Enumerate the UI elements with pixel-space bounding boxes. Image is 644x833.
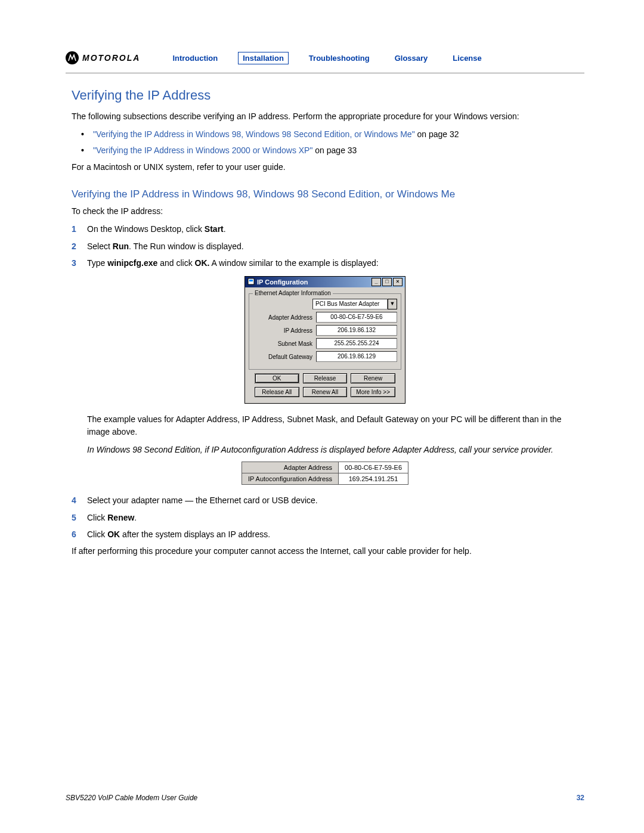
button-row: OK Release Renew Release All Renew All M… xyxy=(249,370,401,400)
release-all-button[interactable]: Release All xyxy=(255,387,299,397)
bullet-item: "Verifying the IP Address in Windows 98,… xyxy=(81,128,584,140)
window-title: IP Configuration xyxy=(257,278,308,286)
link-verify-win98[interactable]: "Verifying the IP Address in Windows 98,… xyxy=(93,129,415,139)
row-ip-address: IP Address 206.19.86.132 xyxy=(253,325,397,336)
page-footer: SBV5220 VoIP Cable Modem User Guide 32 xyxy=(66,794,584,802)
ok-button[interactable]: OK xyxy=(255,373,299,383)
adapter-select[interactable]: PCI Bus Master Adapter ▼ xyxy=(312,299,397,309)
logo: MOTOROLA xyxy=(66,51,140,64)
autoconfig-table: Adapter Address 00-80-C6-E7-59-E6 IP Aut… xyxy=(242,462,408,485)
page: MOTOROLA Introduction Installation Troub… xyxy=(0,0,644,833)
nav-glossary[interactable]: Glossary xyxy=(390,52,433,64)
brand-text: MOTOROLA xyxy=(82,53,140,63)
field-label: Subnet Mask xyxy=(253,340,316,347)
field-label: IP Address xyxy=(253,327,316,334)
row-adapter-address: Adapter Address 00-80-C6-E7-59-E6 xyxy=(253,312,397,323)
table-row: Adapter Address 00-80-C6-E7-59-E6 xyxy=(242,462,408,473)
italic-note: In Windows 98 Second Edition, if IP Auto… xyxy=(87,444,584,456)
cell-label: IP Autoconfiguration Address xyxy=(242,473,338,485)
bullet-tail: on page 33 xyxy=(312,145,357,155)
ipconfig-window: IP Configuration _ □ × Ethernet Adapter … xyxy=(244,276,405,404)
link-verify-xp[interactable]: "Verifying the IP Address in Windows 200… xyxy=(93,145,312,155)
header-bar: MOTOROLA Introduction Installation Troub… xyxy=(66,51,584,73)
intro-text: The following subsections describe verif… xyxy=(72,110,584,122)
dropdown-arrow-icon[interactable]: ▼ xyxy=(388,299,397,309)
renew-button[interactable]: Renew xyxy=(351,373,395,383)
field-value: 00-80-C6-E7-59-E6 xyxy=(316,312,397,323)
field-label: Adapter Address xyxy=(253,314,316,321)
adapter-group: Ethernet Adapter Information PCI Bus Mas… xyxy=(249,293,401,370)
maximize-button[interactable]: □ xyxy=(382,278,392,286)
release-button[interactable]: Release xyxy=(303,373,348,383)
step-6: Click OK after the system displays an IP… xyxy=(72,528,584,540)
cell-label: Adapter Address xyxy=(242,462,338,473)
field-value: 255.255.255.224 xyxy=(316,338,397,349)
motorola-logo-icon xyxy=(66,51,79,64)
nav-introduction[interactable]: Introduction xyxy=(168,52,222,64)
nav-license[interactable]: License xyxy=(448,52,486,64)
closing-text: If after performing this procedure your … xyxy=(72,545,584,557)
bullet-item: "Verifying the IP Address in Windows 200… xyxy=(81,144,584,156)
step-1: On the Windows Desktop, click Start. xyxy=(72,223,584,235)
table-row: IP Autoconfiguration Address 169.254.191… xyxy=(242,473,408,485)
more-info-button[interactable]: More Info >> xyxy=(351,387,395,397)
field-value: 206.19.86.129 xyxy=(316,351,397,362)
step-4: Select your adapter name — the Ethernet … xyxy=(72,494,584,506)
group-label: Ethernet Adapter Information xyxy=(253,290,333,296)
row-subnet: Subnet Mask 255.255.255.224 xyxy=(253,338,397,349)
mac-note: For a Macintosh or UNIX system, refer to… xyxy=(72,161,584,173)
cell-value: 169.254.191.251 xyxy=(339,473,408,485)
steps-intro: To check the IP address: xyxy=(72,205,584,217)
steps-list-cont: Select your adapter name — the Ethernet … xyxy=(72,494,584,540)
renew-all-button[interactable]: Renew All xyxy=(303,387,348,397)
field-label: Default Gateway xyxy=(253,354,316,360)
window-controls: _ □ × xyxy=(371,278,402,286)
field-value: 206.19.86.132 xyxy=(316,325,397,336)
adapter-select-value: PCI Bus Master Adapter xyxy=(312,299,388,309)
window-titlebar: IP Configuration _ □ × xyxy=(245,277,405,287)
nav-installation[interactable]: Installation xyxy=(238,52,289,64)
section-heading: Verifying the IP Address in Windows 98, … xyxy=(72,188,584,200)
minimize-button[interactable]: _ xyxy=(371,278,381,286)
steps-list: On the Windows Desktop, click Start. Sel… xyxy=(72,223,584,269)
top-nav: Introduction Installation Troubleshootin… xyxy=(168,52,486,64)
cell-value: 00-80-C6-E7-59-E6 xyxy=(339,462,408,473)
window-icon xyxy=(247,278,255,286)
after-image-text: The example values for Adapter Address, … xyxy=(87,413,584,438)
bullet-list: "Verifying the IP Address in Windows 98,… xyxy=(81,128,584,156)
page-title: Verifying the IP Address xyxy=(72,88,584,103)
close-button[interactable]: × xyxy=(393,278,402,286)
step-2: Select Run. The Run window is displayed. xyxy=(72,240,584,252)
nav-troubleshooting[interactable]: Troubleshooting xyxy=(304,52,374,64)
row-gateway: Default Gateway 206.19.86.129 xyxy=(253,351,397,362)
step-3: Type winipcfg.exe and click OK. A window… xyxy=(72,257,584,269)
footer-title: SBV5220 VoIP Cable Modem User Guide xyxy=(66,794,197,802)
window-body: Ethernet Adapter Information PCI Bus Mas… xyxy=(245,287,405,403)
bullet-tail: on page 32 xyxy=(415,129,459,139)
page-number: 32 xyxy=(577,794,584,802)
step-5: Click Renew. xyxy=(72,512,584,524)
svg-rect-1 xyxy=(249,280,253,281)
